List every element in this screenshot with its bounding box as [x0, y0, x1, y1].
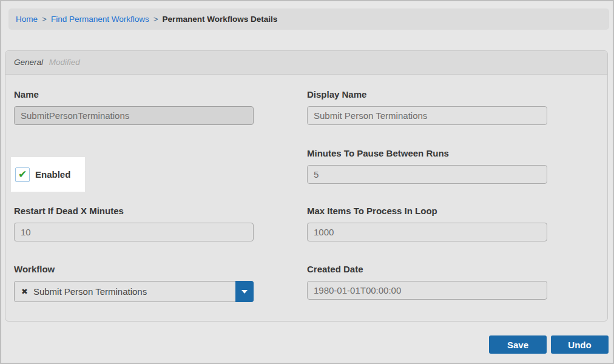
field-restart-if-dead: Restart If Dead X Minutes [14, 205, 254, 241]
enabled-checkbox[interactable]: ✔ [15, 167, 30, 182]
field-display-name: Display Name [307, 89, 547, 125]
field-workflow: Workflow ✖ Submit Person Terminations [14, 263, 254, 302]
breadcrumb-separator: > [42, 15, 47, 24]
max-items-input[interactable] [307, 223, 547, 241]
workflow-label: Workflow [14, 263, 254, 275]
display-name-label: Display Name [307, 89, 547, 101]
created-date-input[interactable] [307, 281, 547, 300]
breadcrumb-current-page: Permanent Workflows Details [163, 15, 278, 24]
save-button[interactable]: Save [489, 335, 547, 354]
breadcrumb-separator: > [154, 15, 158, 24]
caret-down-icon [241, 290, 248, 294]
panel-modified-badge: Modified [49, 58, 80, 67]
general-panel: General Modified Name Display Name ✔ Ena… [5, 50, 608, 322]
breadcrumb-link-home[interactable]: Home [16, 15, 38, 24]
remove-selection-icon[interactable]: ✖ [21, 287, 28, 296]
workflow-details-window: Home > Find Permanent Workflows > Perman… [0, 0, 614, 364]
field-minutes-to-pause: Minutes To Pause Between Runs [307, 147, 547, 184]
created-date-label: Created Date [307, 263, 547, 275]
minutes-to-pause-input[interactable] [307, 165, 547, 184]
workflow-selected-value: Submit Person Terminations [33, 286, 147, 297]
panel-header: General Modified [5, 51, 607, 75]
restart-if-dead-label: Restart If Dead X Minutes [14, 205, 254, 217]
restart-if-dead-input[interactable] [14, 223, 254, 241]
enabled-highlight: ✔ Enabled [11, 157, 85, 192]
action-bar: Save Undo [489, 335, 609, 354]
panel-title: General [14, 58, 43, 67]
display-name-input[interactable] [307, 106, 547, 125]
max-items-label: Max Items To Process In Loop [307, 205, 547, 217]
workflow-select[interactable]: ✖ Submit Person Terminations [14, 281, 254, 302]
breadcrumb-link-find-permanent-workflows[interactable]: Find Permanent Workflows [51, 15, 149, 24]
field-name: Name [14, 89, 254, 125]
field-created-date: Created Date [307, 263, 547, 300]
undo-button[interactable]: Undo [551, 335, 609, 354]
name-label: Name [14, 89, 254, 101]
name-input[interactable] [14, 106, 254, 125]
breadcrumb: Home > Find Permanent Workflows > Perman… [8, 8, 609, 30]
checkmark-icon: ✔ [18, 169, 27, 180]
workflow-dropdown-button[interactable] [235, 281, 254, 302]
field-max-items: Max Items To Process In Loop [307, 205, 547, 241]
enabled-label: Enabled [35, 169, 70, 180]
minutes-to-pause-label: Minutes To Pause Between Runs [307, 147, 547, 160]
